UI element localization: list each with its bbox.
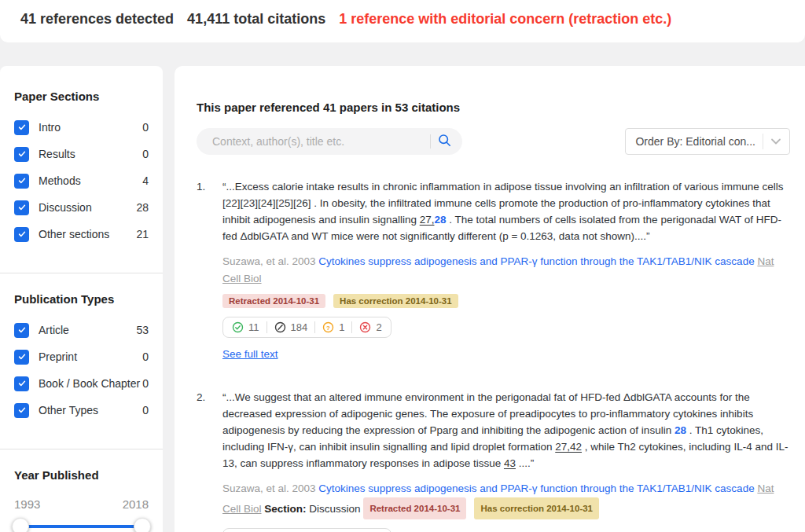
publication-types-list: Article 53 Preprint 0 Book / Book Chapte… <box>14 321 149 419</box>
paper-sections-filter: Paper Sections Intro 0 Results 0 Methods… <box>0 66 163 273</box>
filter-label: Other sections <box>39 228 136 240</box>
filter-row: Other sections 21 <box>14 226 149 243</box>
citation-title-link[interactable]: Cytokines suppress adipogenesis and PPAR… <box>318 255 754 267</box>
filter-count: 0 <box>142 350 149 363</box>
filter-row: Intro 0 <box>14 119 149 136</box>
publication-types-title: Publication Types <box>14 292 149 306</box>
filters-sidebar: Paper Sections Intro 0 Results 0 Methods… <box>0 66 163 532</box>
check-icon <box>17 176 27 185</box>
citation-number: 2. <box>197 389 222 532</box>
slider-handle-max[interactable] <box>134 518 151 532</box>
filter-label: Discussion <box>39 201 136 214</box>
year-min-label: 1993 <box>14 497 40 511</box>
checkbox[interactable] <box>14 323 29 338</box>
mentioning-icon <box>274 321 286 333</box>
filter-count: 53 <box>136 324 149 336</box>
chevron-down-icon <box>770 135 781 148</box>
supporting-icon <box>232 321 244 333</box>
checkbox[interactable] <box>14 350 29 365</box>
section-label: Section: <box>264 503 306 515</box>
check-icon <box>17 123 27 132</box>
list-controls: Order By: Editorial con... <box>197 128 790 155</box>
badge-retracted: Retracted 2014-10-31 <box>222 294 325 308</box>
total-citations-count: 41,411 total citations <box>187 11 325 28</box>
tally-pill[interactable]: 11184?12 <box>222 528 391 532</box>
tally-unclear: ?1 <box>314 321 351 333</box>
citations-panel: This paper referenced 41 papers in 53 ci… <box>175 66 805 532</box>
citation-authors: Suzawa, et al. 2003 <box>222 255 318 267</box>
year-range-labels: 1993 2018 <box>14 497 149 511</box>
citation-meta: Suzawa, et al. 2003 Cytokines suppress a… <box>222 253 790 288</box>
filter-label: Intro <box>39 121 142 134</box>
see-full-text-link[interactable]: See full text <box>222 348 278 360</box>
checkbox[interactable] <box>14 227 29 242</box>
checkbox[interactable] <box>14 200 29 215</box>
contrasting-icon <box>359 321 371 333</box>
results-title: This paper referenced 41 papers in 53 ci… <box>197 101 790 114</box>
filter-count: 21 <box>136 228 149 240</box>
checkbox[interactable] <box>14 403 29 418</box>
filter-label: Other Types <box>39 404 142 416</box>
search-input[interactable] <box>211 134 425 149</box>
slider-handle-min[interactable] <box>12 518 29 532</box>
filter-label: Results <box>39 148 142 160</box>
checkbox[interactable] <box>14 174 29 189</box>
check-icon <box>17 325 27 335</box>
checkbox[interactable] <box>14 376 29 391</box>
badges-row: Retracted 2014-10-31Has correction 2014-… <box>222 294 790 308</box>
badge-retracted: Retracted 2014-10-31 <box>363 497 466 519</box>
filter-count: 4 <box>142 174 149 187</box>
badge-correction: Has correction 2014-10-31 <box>474 497 599 519</box>
check-icon <box>17 149 27 159</box>
search-divider <box>430 134 431 149</box>
summary-header: 41 references detected 41,411 total cita… <box>0 0 805 42</box>
filter-row: Results 0 <box>14 145 149 163</box>
filter-count: 0 <box>142 148 149 160</box>
citation-meta: Suzawa, et al. 2003 Cytokines suppress a… <box>222 480 790 519</box>
filter-row: Discussion 28 <box>14 199 149 216</box>
filter-count: 28 <box>136 201 149 214</box>
filter-count: 0 <box>142 377 149 390</box>
order-by-divider <box>763 134 763 149</box>
tally-contrasting-count: 2 <box>376 321 381 333</box>
references-detected-count: 41 references detected <box>20 11 174 28</box>
tally-supporting: 11 <box>232 321 266 333</box>
filter-label: Article <box>39 324 136 336</box>
svg-text:?: ? <box>326 325 330 332</box>
citation-quote: “...We suggest that an altered immune en… <box>222 389 790 471</box>
filter-row: Methods 4 <box>14 172 149 189</box>
publication-types-filter: Publication Types Article 53 Preprint 0 … <box>0 273 163 449</box>
filter-count: 0 <box>142 121 149 134</box>
filter-count: 0 <box>142 404 149 416</box>
citation-authors: Suzawa, et al. 2003 <box>222 482 318 494</box>
year-published-title: Year Published <box>14 468 149 482</box>
filter-row: Preprint 0 <box>14 348 149 365</box>
filter-row: Other Types 0 <box>14 402 149 419</box>
search-icon[interactable] <box>438 134 451 150</box>
checkbox[interactable] <box>14 120 29 135</box>
check-icon <box>17 203 27 212</box>
filter-row: Book / Book Chapter 0 <box>14 375 149 392</box>
check-icon <box>17 352 27 361</box>
citation-item: 2. “...We suggest that an altered immune… <box>197 389 790 532</box>
order-by-select[interactable]: Order By: Editorial con... <box>625 128 790 155</box>
tally-mentioning: 184 <box>266 321 315 333</box>
paper-sections-list: Intro 0 Results 0 Methods 4 Discussion 2… <box>14 119 149 243</box>
slider-track <box>21 525 142 528</box>
check-icon <box>17 229 27 239</box>
search-box[interactable] <box>197 128 462 155</box>
year-range-slider <box>14 517 149 532</box>
editorial-concern-alert: 1 reference with editorial concern (retr… <box>339 11 671 28</box>
citation-title-link[interactable]: Cytokines suppress adipogenesis and PPAR… <box>318 482 754 494</box>
order-by-label: Order By: Editorial con... <box>635 135 755 148</box>
filter-label: Methods <box>39 174 142 187</box>
year-max-label: 2018 <box>123 497 149 511</box>
checkbox[interactable] <box>14 147 29 162</box>
filter-label: Preprint <box>39 350 142 363</box>
tally-mentioning-count: 184 <box>291 321 308 333</box>
section-value: Discussion <box>309 503 360 515</box>
citation-item: 1. “...Excess calorie intake results in … <box>197 178 790 361</box>
citation-quote: “...Excess calorie intake results in chr… <box>222 178 790 244</box>
tally-supporting-count: 11 <box>248 321 259 333</box>
tally-pill[interactable]: 11184?12 <box>222 317 391 338</box>
